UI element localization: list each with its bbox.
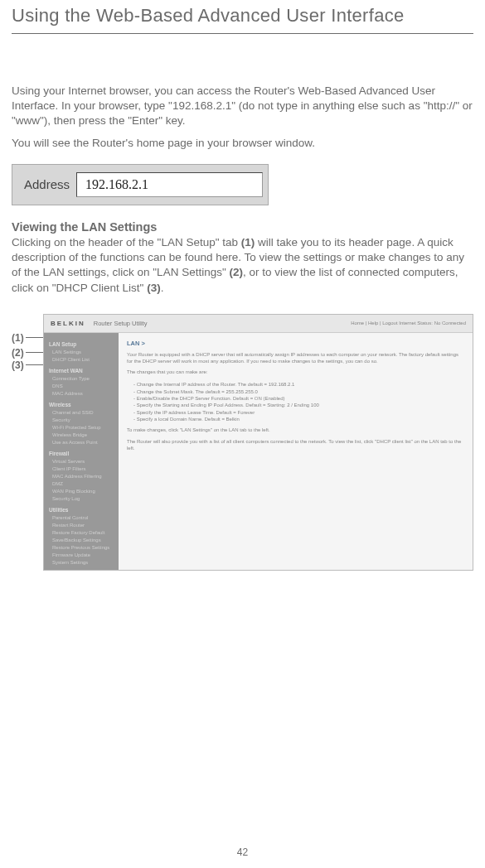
- shot-list-item: Enable/Disable the DHCP Server Function.…: [133, 395, 464, 402]
- sidebar-item: Use as Access Point: [49, 440, 114, 445]
- sidebar-item: Restore Factory Default: [49, 530, 114, 535]
- address-value: 192.168.2.1: [85, 177, 148, 192]
- shot-status: Home | Help | Logout Internet Status: No…: [351, 321, 466, 326]
- shot-breadcrumb: LAN >: [127, 340, 464, 347]
- intro-paragraph-2: You will see the Router's home page in y…: [12, 136, 473, 151]
- sidebar-item: System Settings: [49, 560, 114, 565]
- address-bar-screenshot: Address 192.168.2.1: [12, 164, 269, 205]
- sidebar-item: DMZ: [49, 481, 114, 486]
- sidebar-item: Save/Backup Settings: [49, 538, 114, 542]
- sidebar-item: Channel and SSID: [49, 410, 114, 415]
- shot-utility-title: Router Setup Utility: [94, 320, 148, 327]
- shot-sidebar: LAN Setup LAN Settings DHCP Client List …: [44, 333, 119, 570]
- shot-list-item: Specify the IP address Lease Time. Defau…: [133, 409, 464, 416]
- section-text: Clicking on the header of the "LAN Setup…: [12, 236, 241, 248]
- sidebar-item: Parental Control: [49, 515, 114, 520]
- address-label: Address: [17, 177, 76, 191]
- sidebar-item: Security: [49, 417, 114, 422]
- ref-2: (2): [229, 266, 243, 278]
- sidebar-item: Connection Type: [49, 376, 114, 381]
- sidebar-item-lan-settings: LAN Settings: [49, 350, 114, 354]
- sidebar-lan-setup: LAN Setup: [49, 341, 114, 347]
- sidebar-utilities: Utilities: [49, 507, 114, 513]
- belkin-logo: BELKIN: [51, 320, 85, 327]
- sidebar-item: DNS: [49, 383, 114, 388]
- section-text: .: [161, 282, 164, 294]
- sidebar-item: Client IP Filters: [49, 466, 114, 471]
- shot-list-item: Change the Subnet Mask. The default = 25…: [133, 388, 464, 395]
- shot-list-item: Specify the Starting and Ending IP Pool …: [133, 402, 464, 408]
- sidebar-firewall: Firewall: [49, 451, 114, 456]
- shot-list-item: Change the Internal IP address of the Ro…: [133, 381, 464, 388]
- callout-1-label: (1): [12, 332, 24, 344]
- sidebar-item: WAN Ping Blocking: [49, 489, 114, 494]
- shot-header: BELKIN Router Setup Utility Home | Help …: [44, 315, 473, 333]
- shot-body: LAN Setup LAN Settings DHCP Client List …: [44, 333, 473, 570]
- shot-p3: To make changes, click "LAN Settings" on…: [127, 427, 464, 434]
- sidebar-item: MAC Address: [49, 391, 114, 396]
- shot-list: Change the Internal IP address of the Ro…: [127, 381, 464, 422]
- shot-p1: Your Router is equipped with a DHCP serv…: [127, 352, 464, 365]
- sidebar-item: Restart Router: [49, 523, 114, 528]
- shot-p4: The Router will also provide you with a …: [127, 439, 464, 452]
- sidebar-item: Security Log: [49, 496, 114, 501]
- sidebar-item: Wi-Fi Protected Setup: [49, 425, 114, 430]
- sidebar-wireless: Wireless: [49, 402, 114, 407]
- sidebar-item: Restore Previous Settings: [49, 545, 114, 550]
- shot-p2: The changes that you can make are:: [127, 369, 464, 376]
- sidebar-item: MAC Address Filtering: [49, 474, 114, 479]
- shot-list-item: Specify a local Domain Name. Default = B…: [133, 416, 464, 422]
- router-ui-screenshot: BELKIN Router Setup Utility Home | Help …: [43, 314, 473, 571]
- section-body: Clicking on the header of the "LAN Setup…: [12, 235, 473, 296]
- page-title: Using the Web-Based Advanced User Interf…: [12, 0, 473, 33]
- sidebar-internet-wan: Internet WAN: [49, 368, 114, 374]
- sidebar-item: Virtual Servers: [49, 459, 114, 464]
- intro-paragraph-1: Using your Internet browser, you can acc…: [12, 84, 473, 129]
- sidebar-item: Wireless Bridge: [49, 432, 114, 437]
- shot-main: LAN > Your Router is equipped with a DHC…: [119, 333, 473, 570]
- callout-2-label: (2): [12, 347, 24, 359]
- callout-3-label: (3): [12, 359, 24, 371]
- ref-3: (3): [147, 282, 161, 294]
- sidebar-item: Firmware Update: [49, 552, 114, 557]
- address-field: 192.168.2.1: [76, 172, 263, 197]
- figure-row: (1) (2) (3) BELKIN Router Setup Utility …: [12, 314, 473, 571]
- title-rule: [12, 33, 473, 34]
- ref-1: (1): [241, 236, 255, 248]
- callout-column: (1) (2) (3): [12, 314, 43, 571]
- page-number: 42: [0, 846, 485, 858]
- section-heading: Viewing the LAN Settings: [12, 220, 473, 234]
- sidebar-item-dhcp-client-list: DHCP Client List: [49, 357, 114, 362]
